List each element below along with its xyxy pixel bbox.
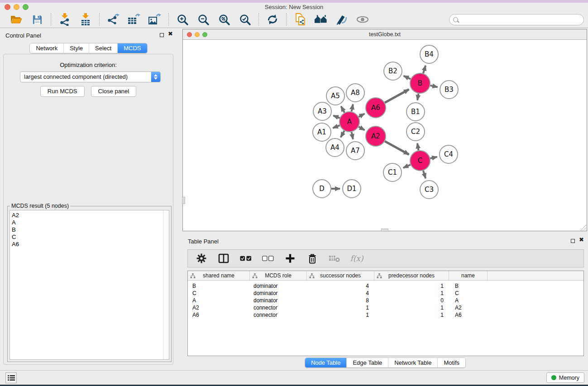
show-columns-button[interactable] <box>218 253 229 264</box>
zoom-out-button[interactable] <box>196 13 210 26</box>
column-header-mcds-role[interactable]: MCDS role <box>250 271 307 280</box>
list-item[interactable]: B <box>10 226 169 234</box>
minimize-view-button[interactable] <box>195 32 200 37</box>
table-cell[interactable]: A6 <box>449 312 488 318</box>
graph-edge-A-A5[interactable] <box>341 106 344 113</box>
table-cell[interactable]: dominator <box>250 290 307 296</box>
table-cell[interactable]: B <box>188 283 250 289</box>
column-header-predecessor-nodes[interactable]: predecessor nodes <box>374 271 449 280</box>
houses-button[interactable] <box>314 13 328 26</box>
network-window-titlebar[interactable]: testGlobe.txt <box>183 29 587 40</box>
export-image-button[interactable] <box>148 13 162 26</box>
float-panel-button[interactable] <box>160 33 164 37</box>
export-table-button[interactable] <box>127 13 141 26</box>
table-cell[interactable]: 1 <box>307 312 374 318</box>
run-mcds-button[interactable]: Run MCDS <box>40 86 85 97</box>
zoom-view-button[interactable] <box>202 32 207 37</box>
graph-edge-C-C1[interactable] <box>403 165 411 168</box>
splitter-handle-left[interactable] <box>182 197 185 204</box>
table-cell[interactable]: dominator <box>250 297 307 304</box>
graph-edge-C-C4[interactable] <box>430 157 437 158</box>
table-cell[interactable]: 4 <box>307 283 374 289</box>
table-cell[interactable]: 4 <box>307 290 374 296</box>
tab-style[interactable]: Style <box>63 43 89 53</box>
close-view-button[interactable] <box>187 32 192 37</box>
graph-edge-B-B2[interactable] <box>404 76 411 79</box>
table-cell[interactable]: 0 <box>374 297 449 304</box>
graph-edge-C-C2[interactable] <box>417 143 418 151</box>
scrollbar-track[interactable] <box>163 210 169 359</box>
column-header-shared-name[interactable]: shared name <box>188 271 250 280</box>
minimize-window-button[interactable] <box>14 4 19 10</box>
table-row[interactable]: A6connector11A6 <box>188 311 583 319</box>
table-cell[interactable]: connector <box>250 312 307 318</box>
column-header-name[interactable]: name <box>449 271 488 280</box>
graph-edge-A-A3[interactable] <box>333 115 339 118</box>
graph-edge-A-A6[interactable] <box>359 114 364 117</box>
delete-column-button[interactable] <box>306 253 318 264</box>
deselect-all-rows-button[interactable] <box>262 253 274 264</box>
refresh-layout-button[interactable] <box>266 13 279 26</box>
close-panel-button[interactable]: Close panel <box>91 86 137 97</box>
close-window-button[interactable] <box>5 4 10 10</box>
select-stepper[interactable] <box>151 72 160 82</box>
table-cell[interactable]: C <box>449 290 488 296</box>
tab-network-table[interactable]: Network Table <box>388 358 437 367</box>
zoom-window-button[interactable] <box>23 4 29 10</box>
graph-edge-A-A1[interactable] <box>333 125 339 128</box>
zoom-fit-button[interactable] <box>217 13 231 26</box>
graph-edge-A6-B[interactable] <box>385 90 409 103</box>
zoom-in-button[interactable] <box>176 13 189 26</box>
network-graph[interactable]: B4B2BB3A8A5A6A3B1AA1C2A2A4A7C4CC1C3DD1 <box>183 40 587 231</box>
table-row[interactable]: Adominator80A <box>188 297 583 304</box>
tab-select[interactable]: Select <box>89 43 117 53</box>
graph-edge-A-A2[interactable] <box>359 127 364 130</box>
table-cell[interactable]: C <box>188 290 250 296</box>
graph-edge-A-A4[interactable] <box>341 131 344 137</box>
table-cell[interactable]: 1 <box>374 290 449 296</box>
graph-edge-A-A7[interactable] <box>352 132 353 139</box>
list-item[interactable]: C <box>10 234 169 241</box>
select-all-rows-button[interactable] <box>240 253 252 264</box>
graph-edge-A-A8[interactable] <box>352 104 353 111</box>
mcds-result-list[interactable]: A2ABCA6 <box>10 210 169 360</box>
search-field[interactable] <box>449 14 584 25</box>
clone-network-button[interactable] <box>293 13 307 26</box>
table-cell[interactable]: 8 <box>307 297 374 304</box>
tab-edge-table[interactable]: Edge Table <box>346 358 388 367</box>
criterion-select[interactable]: largest connected component (directed) <box>20 71 161 82</box>
close-table-panel-icon[interactable]: ✖ <box>579 236 584 243</box>
zoom-selected-button[interactable] <box>238 13 252 26</box>
column-header-successor-nodes[interactable]: successor nodes <box>307 271 374 280</box>
table-cell[interactable]: A2 <box>449 305 488 311</box>
save-session-button[interactable] <box>30 13 44 26</box>
tab-mcds[interactable]: MCDS <box>117 43 147 53</box>
add-column-button[interactable] <box>284 253 296 264</box>
search-input[interactable] <box>460 15 583 24</box>
table-settings-button[interactable] <box>196 253 207 264</box>
tab-node-table[interactable]: Node Table <box>305 358 347 367</box>
table-cell[interactable]: 1 <box>374 283 449 289</box>
list-item[interactable]: A2 <box>10 212 169 219</box>
table-cell[interactable]: 1 <box>374 305 449 311</box>
table-cell[interactable]: A2 <box>188 305 250 311</box>
open-session-button[interactable] <box>10 13 23 26</box>
network-canvas[interactable]: B4B2BB3A8A5A6A3B1AA1C2A2A4A7C4CC1C3DD1 <box>183 40 587 231</box>
table-cell[interactable]: 1 <box>374 312 449 318</box>
function-builder-button[interactable]: f(x) <box>351 253 363 264</box>
task-history-button[interactable] <box>5 372 17 383</box>
pen-visibility-button[interactable] <box>335 13 349 26</box>
list-item[interactable]: A <box>10 219 169 226</box>
graph-edge-B-B4[interactable] <box>423 66 425 73</box>
tab-motifs[interactable]: Motifs <box>437 358 465 367</box>
splitter-handle-bottom[interactable] <box>381 229 388 232</box>
table-row[interactable]: Bdominator41B <box>188 282 583 290</box>
tab-network[interactable]: Network <box>30 43 63 53</box>
delete-table-button[interactable] <box>329 253 340 264</box>
table-cell[interactable]: connector <box>250 305 307 311</box>
eye-button[interactable] <box>356 13 369 26</box>
memory-button[interactable]: Memory <box>546 372 584 383</box>
graph-edge-A2-C[interactable] <box>385 141 409 154</box>
list-item[interactable]: A6 <box>10 241 169 248</box>
graph-edge-B-B3[interactable] <box>430 86 437 87</box>
